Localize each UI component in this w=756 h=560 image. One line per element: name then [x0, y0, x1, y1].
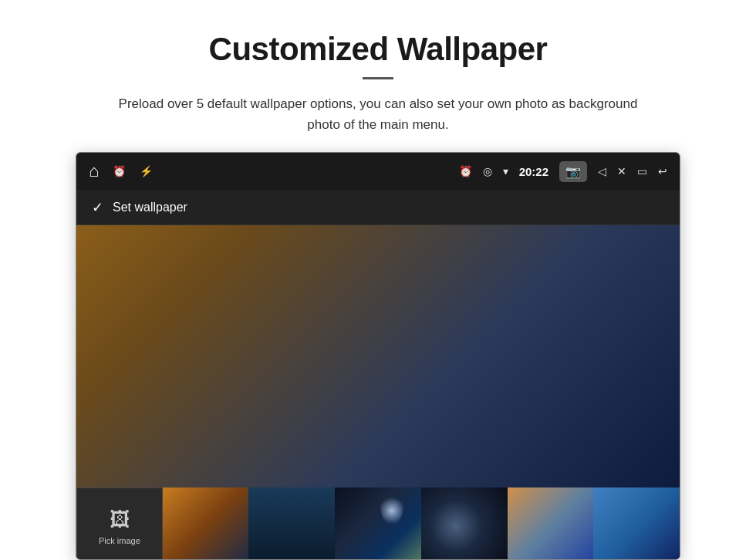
- wallpaper-thumb-5[interactable]: [508, 487, 594, 560]
- status-bar: ⌂ ⏰ ⚡ ⏰ ◎ ▾ 20:22 📷 ◁ ✕ ▭ ↩: [76, 153, 680, 190]
- set-wallpaper-label: Set wallpaper: [113, 201, 187, 214]
- close-icon[interactable]: ✕: [617, 165, 626, 177]
- set-wallpaper-bar[interactable]: ✓ Set wallpaper: [76, 190, 680, 225]
- back-icon[interactable]: ↩: [658, 165, 667, 177]
- wifi-icon: ▾: [503, 165, 508, 177]
- page-title: Customized Wallpaper: [209, 31, 548, 68]
- time-display: 20:22: [519, 165, 548, 178]
- title-divider: [363, 77, 393, 79]
- wallpaper-thumb-6[interactable]: [593, 487, 680, 560]
- home-icon[interactable]: ⌂: [89, 161, 99, 181]
- thumbnail-strip: 🖼 Pick image: [76, 487, 680, 560]
- wallpaper-thumb-4[interactable]: [421, 487, 508, 560]
- wallpaper-thumb-2[interactable]: [248, 487, 335, 560]
- volume-icon[interactable]: ◁: [598, 165, 606, 177]
- status-bar-right: ⏰ ◎ ▾ 20:22 📷 ◁ ✕ ▭ ↩: [459, 161, 667, 182]
- check-icon: ✓: [92, 199, 103, 216]
- wallpaper-thumb-1[interactable]: [163, 487, 249, 560]
- device-frame: ⌂ ⏰ ⚡ ⏰ ◎ ▾ 20:22 📷 ◁ ✕ ▭ ↩ ✓ Set wallpa…: [76, 152, 680, 560]
- window-icon[interactable]: ▭: [637, 165, 647, 177]
- alarm-icon: ⏰: [113, 165, 126, 177]
- location-icon: ◎: [483, 165, 492, 177]
- pick-image-icon: 🖼: [110, 508, 130, 531]
- pick-image-button[interactable]: 🖼 Pick image: [76, 487, 163, 560]
- camera-icon[interactable]: 📷: [559, 161, 587, 182]
- usb-icon: ⚡: [140, 165, 153, 177]
- wallpaper-preview: [76, 225, 680, 487]
- page-subtitle: Preload over 5 default wallpaper options…: [119, 93, 638, 135]
- wallpaper-thumb-3[interactable]: [335, 487, 421, 560]
- alarm-status-icon: ⏰: [459, 165, 472, 177]
- status-bar-left: ⌂ ⏰ ⚡: [89, 161, 153, 181]
- pick-image-label: Pick image: [99, 536, 140, 545]
